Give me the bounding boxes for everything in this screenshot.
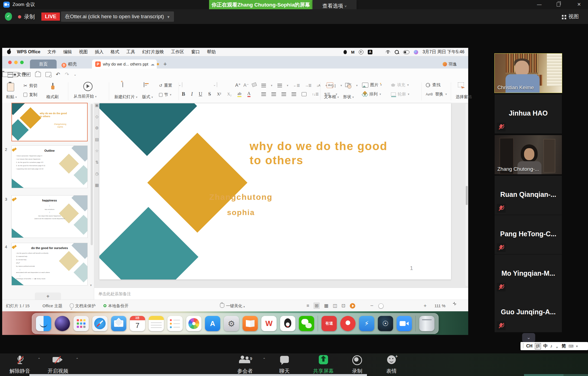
ime-char-5[interactable]: 简: [562, 343, 566, 349]
menubar-item-5[interactable]: 工具: [126, 49, 135, 54]
menubar-item-7[interactable]: 工作区: [171, 49, 184, 54]
sorter-view-icon[interactable]: ▦: [324, 303, 328, 309]
menubar-app-name[interactable]: WPS Office: [17, 49, 40, 54]
dock-youdao-icon[interactable]: 有道: [321, 316, 337, 331]
vertical-spacing-icon[interactable]: ↑↓☰: [312, 92, 319, 96]
menu-icon[interactable]: [8, 72, 13, 77]
dock-app-store-icon[interactable]: A: [205, 316, 220, 331]
dock-steam-icon[interactable]: ☉: [378, 316, 393, 331]
menubar-item-6[interactable]: 幻灯片放映: [142, 49, 164, 54]
dock-thunder-icon[interactable]: ⚡: [359, 316, 374, 331]
subscript-button[interactable]: X₂: [227, 92, 231, 97]
zoom-in-button[interactable]: +: [424, 300, 427, 312]
theme-label[interactable]: Office 主题: [42, 300, 62, 312]
copy-button[interactable]: 复制: [23, 92, 37, 97]
justify-icon[interactable]: [292, 92, 296, 96]
handout-view-icon[interactable]: ⊡: [341, 303, 345, 309]
beautify-button[interactable]: 一键美化 ▴: [220, 300, 245, 312]
menubar-item-8[interactable]: 窗口: [191, 49, 200, 54]
ime-bar[interactable]: CH拼中♪，简 ⌨ ▾: [520, 342, 588, 350]
slide-thumbnail-1[interactable]: why do we do the goodto othersZhangchuto…: [11, 103, 88, 141]
participant-tile-1[interactable]: Jinhua HAO: [495, 94, 562, 133]
dock-launchpad-icon[interactable]: [74, 316, 89, 331]
participant-tile-0[interactable]: Christian Keime: [495, 54, 562, 93]
mac-zoom-icon[interactable]: [20, 61, 24, 64]
dock-notes-icon[interactable]: [149, 316, 164, 331]
ime-char-2[interactable]: 中: [543, 343, 548, 349]
dock-settings-icon[interactable]: ⚙: [224, 316, 239, 331]
slide-canvas[interactable]: why do we do the goodto others Zhangchut…: [94, 103, 468, 288]
dock-calendar-icon[interactable]: 3月7: [130, 316, 145, 331]
ime-char-4[interactable]: ，: [555, 343, 559, 349]
search-icon[interactable]: [395, 50, 399, 54]
ime-keyboard-icon[interactable]: ⌨: [568, 344, 574, 348]
underline-button[interactable]: U: [199, 91, 202, 97]
dock-zoom-app-icon[interactable]: [397, 316, 412, 331]
slide-author-line2[interactable]: sophia: [200, 208, 282, 217]
apple-logo-icon[interactable]: [7, 50, 11, 54]
tab-docer[interactable]: D稻壳: [62, 60, 77, 69]
participant-tile-6[interactable]: Guo Junqing-A...: [495, 293, 562, 332]
align-right-icon[interactable]: [281, 92, 286, 96]
columns-icon[interactable]: [302, 92, 307, 96]
notes-pane[interactable]: 单击此处添加备注: [94, 288, 468, 300]
clear-format-icon[interactable]: [252, 82, 257, 87]
participant-tile-5[interactable]: Mo Yingqian-M...: [495, 254, 562, 294]
open-icon[interactable]: [2, 72, 8, 77]
mac-close-icon[interactable]: [8, 61, 12, 64]
font-name-select[interactable]: [182, 82, 182, 87]
layout-button[interactable]: 版式 ▾: [142, 82, 142, 87]
undo-icon[interactable]: ↶: [56, 71, 60, 77]
new-slide-button[interactable]: 新建幻灯片 ▾: [114, 82, 114, 87]
tab-document[interactable]: P why do we d... others ppt ☁: [92, 60, 157, 69]
canvas-scrollbar[interactable]: [465, 104, 468, 286]
zoom-percent[interactable]: 111 %: [434, 300, 445, 312]
malwarebytes-icon[interactable]: M: [351, 50, 355, 54]
sort-icon[interactable]: ⇅: [95, 160, 99, 165]
menubar-item-4[interactable]: 格式: [111, 49, 119, 54]
maximize-button[interactable]: [552, 0, 565, 9]
wifi-icon[interactable]: [385, 50, 390, 54]
redo-icon[interactable]: ↷: [65, 71, 69, 77]
decrease-font-button[interactable]: A⁻: [243, 82, 249, 88]
favorites-icon[interactable]: ☆: [95, 148, 99, 153]
slide-author-line1[interactable]: Zhangchutong: [200, 192, 282, 202]
grid-panel-icon[interactable]: ▦: [95, 183, 99, 188]
minimize-button[interactable]: —: [533, 0, 546, 9]
dock-netease-music-icon[interactable]: [340, 316, 356, 331]
decrease-indent-icon[interactable]: ←☰: [293, 83, 300, 88]
account-label[interactable]: 羽逸: [443, 60, 457, 69]
align-left-icon[interactable]: [261, 92, 266, 96]
history-icon[interactable]: ◷: [95, 171, 99, 176]
arrange-button[interactable]: 排列▾: [362, 92, 381, 97]
participant-tile-3[interactable]: Ruan Qianqian-...: [495, 176, 562, 215]
mic-options-caret[interactable]: ⌃: [38, 357, 41, 361]
menubar-clock[interactable]: 3月7日 周日 下午5:46: [422, 49, 464, 55]
menubar-item-2[interactable]: 视图: [79, 49, 88, 54]
side-tool-strip[interactable]: ▣ ◇ ⚙ ▤ ☆ ⇅ ◷ ▦: [94, 103, 100, 188]
close-button[interactable]: ✕: [573, 0, 585, 9]
fill-panel-icon[interactable]: ◇: [95, 114, 99, 119]
qq-icon[interactable]: [344, 50, 347, 54]
ime-expand-icon[interactable]: ▾: [576, 344, 578, 348]
participant-tile-2[interactable]: Zhang Chutong-...: [495, 135, 562, 174]
increase-indent-icon[interactable]: →☰: [305, 83, 312, 88]
dock-trash-icon[interactable]: [419, 316, 434, 331]
video-options-caret[interactable]: ⌃: [76, 357, 79, 361]
menubar-item-1[interactable]: 编辑: [63, 49, 72, 54]
dock-wps-icon[interactable]: W: [261, 316, 277, 331]
menubar-item-9[interactable]: 帮助: [207, 49, 216, 54]
control-center-icon[interactable]: [403, 50, 409, 54]
zoom-out-button[interactable]: −: [370, 300, 373, 312]
live-transcript-button[interactable]: 在Otter.ai (click here to open live trans…: [61, 11, 174, 22]
superscript-button[interactable]: X²: [217, 92, 221, 97]
settings-panel-icon[interactable]: ⚙: [95, 126, 99, 130]
zoom-slider-thumb[interactable]: [378, 303, 384, 309]
dock-photos-icon[interactable]: [186, 316, 201, 331]
replace-button[interactable]: A⇄B替换▾: [426, 92, 447, 97]
properties-icon[interactable]: ▣: [95, 103, 99, 108]
mac-minimize-icon[interactable]: [14, 61, 18, 64]
dock-reminders-icon[interactable]: [167, 316, 183, 331]
align-center-icon[interactable]: [271, 92, 276, 96]
dock-mail-icon[interactable]: [111, 316, 126, 331]
